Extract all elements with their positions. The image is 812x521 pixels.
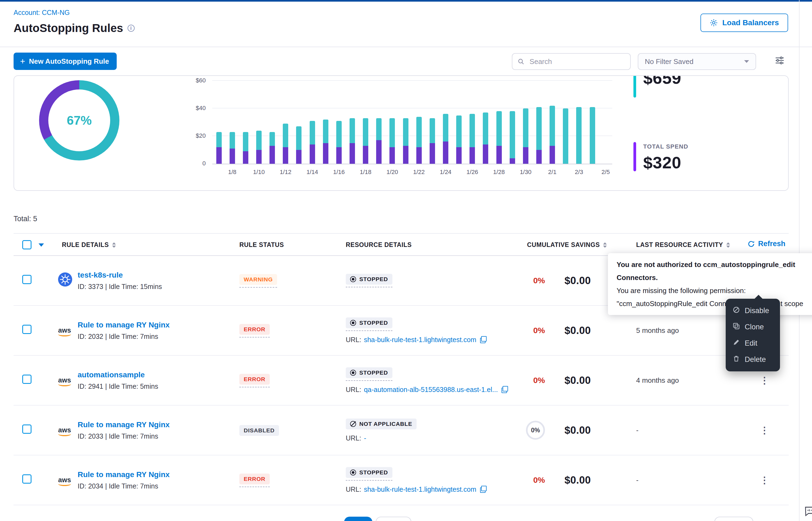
sort-icon[interactable] [726,242,730,248]
bar-slot: 1/22 [412,81,426,164]
saved-filter-dropdown[interactable]: No Filter Saved [638,53,756,70]
new-autostopping-rule-button[interactable]: New AutoStopping Rule [14,52,117,70]
rule-status-badge[interactable]: ERROR [239,373,270,387]
help-chat-button[interactable] [804,505,812,519]
resource-url-link[interactable]: sha-bulk-rule-test-1.lightwingtest.com [364,485,476,493]
url-label: URL: [346,434,361,442]
pagination-pill[interactable] [714,517,753,521]
sort-icon[interactable] [603,242,607,248]
savings-percent: 0% [533,376,545,385]
spend-segment [216,147,222,164]
select-all-checkbox[interactable] [22,240,31,249]
rule-status-badge[interactable]: ERROR [239,473,270,487]
spend-segment [243,151,248,164]
search-icon [518,58,524,65]
sort-icon[interactable] [112,242,116,248]
bar-slot [266,81,279,164]
stacked-bar [363,118,368,164]
spend-segment [483,144,488,164]
rule-name-link[interactable]: automationsample [78,370,239,379]
rule-name-link[interactable]: Rule to manage RY Nginx [78,321,239,330]
stacked-bar [283,123,288,164]
resource-url-link[interactable]: sha-bulk-rule-test-1.lightwingtest.com [364,336,476,344]
page-header: Account: CCM-NG AutoStopping Rules Load … [0,2,812,47]
savings-segment [430,118,435,143]
copy-icon[interactable] [480,486,487,493]
bar-slot: 1/8 [226,81,239,164]
x-axis-tick: 1/20 [386,168,398,176]
row-menu-button[interactable]: ⋮ [760,425,769,435]
row-menu-button[interactable]: ⋮ [760,375,769,385]
row-checkbox[interactable] [22,474,31,483]
spend-segment [376,140,382,164]
spend-segment [523,147,528,164]
row-checkbox[interactable] [22,275,31,284]
donut-percentage: 67% [48,89,110,151]
account-breadcrumb[interactable]: Account: CCM-NG [14,9,70,17]
stacked-bar [416,117,422,164]
disable-icon [733,306,740,315]
resource-state-badge[interactable]: STOPPED [346,274,392,287]
bar-slot: 2/1 [546,81,559,164]
spend-segment [296,150,301,164]
stopped-icon [350,276,356,282]
menu-item-delete[interactable]: Delete [726,351,780,367]
bar-slot [559,81,572,164]
savings-amount: $0.00 [564,375,591,386]
rule-name-link[interactable]: Rule to manage RY Nginx [78,421,239,429]
savings-segment [363,118,368,146]
pagination-active-pill[interactable] [344,517,372,521]
clone-icon [733,322,740,332]
bar-slot: 1/26 [466,81,479,164]
row-checkbox[interactable] [22,375,31,384]
stacked-bar [456,115,462,164]
row-checkbox[interactable] [22,325,31,334]
rule-status-badge[interactable]: WARNING [239,273,277,288]
menu-item-edit[interactable]: Edit [726,335,780,351]
savings-segment [483,113,488,144]
rule-status-badge[interactable]: DISABLED [239,425,279,436]
refresh-icon [748,241,755,248]
load-balancers-button[interactable]: Load Balancers [701,14,788,32]
column-header-cumulative-savings[interactable]: CUMULATIVE SAVINGS [527,241,607,249]
stacked-bar [470,114,475,164]
page-title-row: AutoStopping Rules [14,22,135,35]
savings-segment [523,108,528,147]
bar-slot: 1/14 [305,81,319,164]
spend-segment [470,147,475,164]
resource-state-badge[interactable]: STOPPED [346,317,392,331]
column-header-rule-details[interactable]: RULE DETAILS [62,241,116,249]
copy-icon[interactable] [480,336,487,343]
aws-icon: aws [58,377,71,386]
bar-slot: 1/24 [439,81,452,164]
savings-segment [296,126,301,150]
bar-slot [479,81,492,164]
refresh-button[interactable]: Refresh [748,240,785,248]
filter-panel-button[interactable] [775,56,784,66]
resource-state-badge[interactable]: STOPPED [346,467,392,481]
bar-slot [319,81,332,164]
rule-name-link[interactable]: test-k8s-rule [78,271,239,279]
gear-icon [710,19,718,27]
column-header-last-resource-activity[interactable]: LAST RESOURCE ACTIVITY [636,241,730,249]
rule-name-link[interactable]: Rule to manage RY Nginx [78,470,239,479]
savings-segment [323,119,328,143]
chevron-down-icon[interactable] [39,244,44,247]
menu-item-clone[interactable]: Clone [726,319,780,335]
spend-segment [496,146,502,164]
savings-segment [349,118,355,143]
info-icon[interactable] [128,25,135,32]
row-context-menu: DisableCloneEditDelete [726,299,780,371]
copy-icon[interactable] [501,386,508,393]
spend-segment [256,150,262,164]
rule-status-badge[interactable]: ERROR [239,323,270,338]
stacked-bar [309,121,315,164]
resource-state-badge[interactable]: NOT APPLICABLE [346,418,416,429]
pagination-pill[interactable] [376,517,411,521]
menu-item-disable[interactable]: Disable [726,302,780,319]
row-menu-button[interactable]: ⋮ [760,475,769,485]
resource-url-link[interactable]: qa-automation-alb-515563988.us-east-1.el… [364,386,498,393]
search-input[interactable] [528,57,625,66]
resource-state-badge[interactable]: STOPPED [346,367,392,381]
row-checkbox[interactable] [22,425,31,434]
